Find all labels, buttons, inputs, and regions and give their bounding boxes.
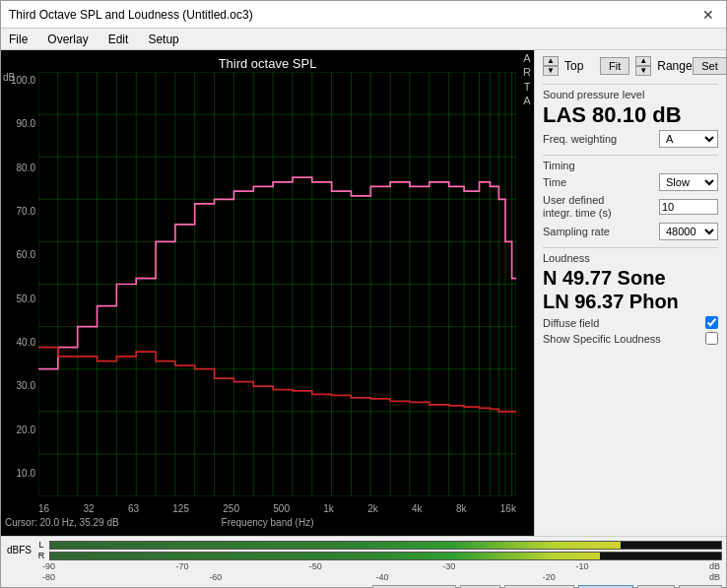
spl-value: LAS 80.10 dB <box>543 102 718 128</box>
top-spinners: ▲ ▼ <box>543 56 559 76</box>
xaxis-250: 250 <box>223 503 239 514</box>
diffuse-field-checkbox[interactable] <box>705 316 718 329</box>
yaxis-10: 10.0 <box>17 469 35 479</box>
diffuse-field-label: Diffuse field <box>543 317 599 329</box>
arta-label: ARTA <box>523 51 531 107</box>
spl-section-label: Sound pressure level <box>543 89 718 100</box>
r-meter <box>49 552 722 560</box>
menubar: File Overlay Edit Setup <box>1 29 726 50</box>
sampling-rate-select[interactable]: 48000 44100 <box>659 223 718 240</box>
loudness-n-value: N 49.77 Sone <box>543 266 718 290</box>
tick-minus60: -60 <box>209 572 222 582</box>
time-select[interactable]: Slow Fast <box>659 173 718 191</box>
tick-label-rows: -90 -70 -50 -30 -10 dB <box>1 561 726 572</box>
timing-label: Timing <box>543 160 718 171</box>
menu-edit[interactable]: Edit <box>104 32 133 47</box>
chart-plot <box>38 72 516 496</box>
main-content: dB Third octave SPL ARTA 100.0 90.0 80.0… <box>1 50 726 536</box>
xaxis-16k: 16k <box>500 503 516 514</box>
yaxis-20: 20.0 <box>17 425 35 435</box>
sampling-rate-label: Sampling rate <box>543 226 610 237</box>
spl-section: Sound pressure level LAS 80.10 dB Freq. … <box>543 84 718 151</box>
chart-area: dB Third octave SPL ARTA 100.0 90.0 80.0… <box>1 50 534 536</box>
top-up-btn[interactable]: ▲ <box>543 56 559 66</box>
tick-labels-bottom: -80 -60 -40 -20 dB <box>40 572 722 582</box>
close-button[interactable]: ✕ <box>698 7 718 23</box>
main-window: Third Octave SPL and Loudness (Untitled.… <box>0 0 727 588</box>
bottom-bar: dBFS L R <box>1 536 726 587</box>
xaxis-4k: 4k <box>412 503 423 514</box>
tick-minus50: -50 <box>309 561 322 571</box>
xaxis-32: 32 <box>83 503 94 514</box>
meter-channels: L R <box>35 540 722 560</box>
show-specific-row: Show Specific Loudness <box>543 332 718 345</box>
xaxis-500: 500 <box>273 503 290 514</box>
yaxis-40: 40.0 <box>17 338 35 348</box>
top-controls: ▲ ▼ Top Fit ▲ ▼ Range Set <box>543 56 718 76</box>
menu-setup[interactable]: Setup <box>144 32 182 47</box>
r-channel-row: R <box>35 551 722 560</box>
meter-top-row: dBFS L R <box>1 537 726 561</box>
range-label: Range <box>657 59 687 73</box>
loudness-label: Loudness <box>543 252 718 264</box>
yaxis-70: 70.0 <box>17 207 35 217</box>
loudness-section: Loudness N 49.77 Sone LN 96.37 Phon Diff… <box>543 247 718 345</box>
button-row: Record/Reset Stop Pink Noise Overlay B/W… <box>1 583 726 588</box>
freq-weighting-row: Freq. weighting A C Z <box>543 130 718 148</box>
yaxis-50: 50.0 <box>17 294 35 304</box>
yaxis-100: 100.0 <box>11 76 35 86</box>
fit-down-btn[interactable]: ▼ <box>635 66 651 76</box>
yaxis-80: 80.0 <box>17 163 35 173</box>
yaxis: 100.0 90.0 80.0 70.0 60.0 50.0 40.0 30.0… <box>3 76 38 479</box>
tick-minus80: -80 <box>42 572 55 582</box>
xaxis-16: 16 <box>38 503 49 514</box>
tick-minus90: -90 <box>42 561 55 571</box>
tick-minus10: -10 <box>576 561 589 571</box>
right-panel: ▲ ▼ Top Fit ▲ ▼ Range Set Sound pressure… <box>534 50 726 536</box>
yaxis-60: 60.0 <box>17 250 35 260</box>
top-down-btn[interactable]: ▼ <box>543 66 559 76</box>
tick-minus20: -20 <box>543 572 556 582</box>
l-label: L <box>35 540 47 550</box>
xaxis-2k: 2k <box>367 503 378 514</box>
l-channel-row: L <box>35 540 722 550</box>
xaxis-1k: 1k <box>323 503 334 514</box>
dBFS-label: dBFS <box>5 545 33 555</box>
xaxis-125: 125 <box>172 503 189 514</box>
tick-db-bottom: dB <box>709 572 720 582</box>
freq-weighting-label: Freq. weighting <box>543 133 617 145</box>
timing-section: Timing Time Slow Fast User definedintegr… <box>543 155 718 243</box>
tick-minus30: -30 <box>442 561 455 571</box>
xaxis: 16 32 63 125 250 500 1k 2k 4k 8k 16k <box>38 503 516 514</box>
xaxis-unit: Frequency band (Hz) <box>222 517 314 528</box>
tick-labels-bottom-row: -80 -60 -40 -20 dB <box>1 572 726 583</box>
window-title: Third Octave SPL and Loudness (Untitled.… <box>9 8 253 22</box>
set-btn[interactable]: Set <box>693 57 726 75</box>
yaxis-30: 30.0 <box>17 381 35 391</box>
fit-btn[interactable]: Fit <box>600 57 629 75</box>
user-defined-input[interactable] <box>659 199 718 215</box>
user-defined-row: User definedintegr. time (s) <box>543 194 718 220</box>
time-row: Time Slow Fast <box>543 173 718 191</box>
time-label: Time <box>543 176 566 188</box>
loudness-ln-value: LN 96.37 Phon <box>543 290 718 313</box>
chart-svg <box>38 72 516 496</box>
tick-labels-top: -90 -70 -50 -30 -10 dB <box>40 561 722 571</box>
xaxis-63: 63 <box>128 503 139 514</box>
tick-db-top: dB <box>709 561 720 571</box>
user-defined-label: User definedintegr. time (s) <box>543 194 612 220</box>
chart-title: Third octave SPL <box>219 56 317 71</box>
menu-overlay[interactable]: Overlay <box>43 32 92 47</box>
yaxis-90: 90.0 <box>17 119 35 129</box>
l-meter <box>49 541 722 550</box>
fit-up-btn[interactable]: ▲ <box>635 56 651 66</box>
tick-minus40: -40 <box>375 572 388 582</box>
menu-file[interactable]: File <box>5 32 32 47</box>
titlebar: Third Octave SPL and Loudness (Untitled.… <box>1 1 726 29</box>
show-specific-checkbox[interactable] <box>705 332 718 345</box>
top-label: Top <box>564 59 594 73</box>
tick-minus70: -70 <box>175 561 188 571</box>
diffuse-field-row: Diffuse field <box>543 316 718 329</box>
freq-weighting-select[interactable]: A C Z <box>659 130 718 148</box>
sampling-rate-row: Sampling rate 48000 44100 <box>543 223 718 240</box>
